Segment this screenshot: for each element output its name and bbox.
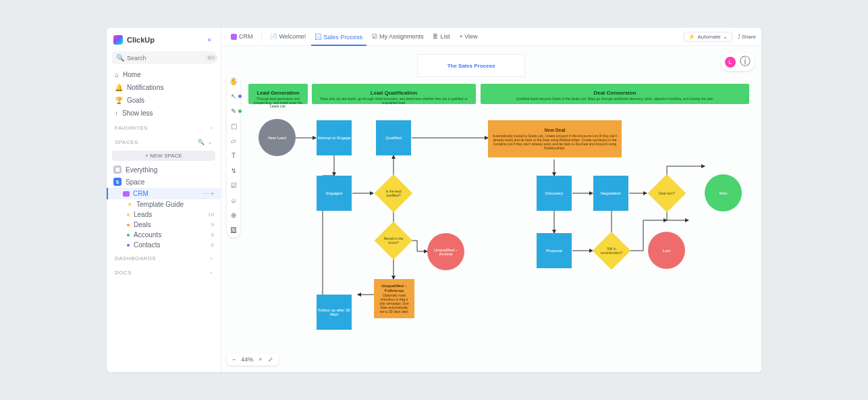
- people-tool-icon[interactable]: ☺: [229, 196, 238, 204]
- cursor-tool-icon[interactable]: ↖: [229, 92, 238, 100]
- count-badge: 9: [211, 222, 214, 228]
- section-spaces[interactable]: SPACES 🔍 ⌄: [107, 134, 221, 148]
- node-proposal[interactable]: Proposal: [537, 233, 572, 268]
- node-unqualified-archive[interactable]: Unqualified – Archive: [427, 233, 464, 270]
- node-lost[interactable]: Lost: [648, 232, 685, 269]
- sidebar-item-crm[interactable]: CRM ⋯ +: [107, 188, 221, 199]
- nav-home[interactable]: ⌂Home: [107, 68, 221, 81]
- count-badge: 6: [211, 242, 214, 248]
- chevron-down-icon[interactable]: ⌄: [208, 139, 213, 145]
- list-item[interactable]: Deals9: [107, 220, 221, 230]
- web-tool-icon[interactable]: ⊕: [229, 211, 238, 219]
- tab-label: List: [440, 33, 450, 40]
- add-view-label: + View: [459, 33, 477, 40]
- node-label: Unqualified – Archive: [427, 248, 464, 256]
- template-guide-label: Template Guide: [136, 201, 184, 208]
- nav-goals[interactable]: 🏆Goals: [107, 94, 221, 107]
- zoom-value[interactable]: 44%: [241, 356, 253, 363]
- section-dashboards[interactable]: DASHBOARDS›: [107, 250, 221, 264]
- shape-tool-icon[interactable]: ▢: [229, 122, 238, 130]
- node-title: Unqualified – Follow-up: [378, 284, 410, 293]
- zoom-controls: − 44% + ⤢: [227, 353, 279, 366]
- logo-icon: [113, 35, 123, 45]
- list-item[interactable]: Contacts6: [107, 240, 221, 250]
- nav-goals-label: Goals: [127, 97, 144, 104]
- doc-icon: 📄: [270, 33, 277, 40]
- whiteboard-canvas[interactable]: L ⓘ The Sales Process Lead GenerationThr…: [221, 46, 761, 372]
- list-item[interactable]: Leads10: [107, 209, 221, 220]
- status-dot-icon: [127, 244, 130, 247]
- edge-layer: [221, 46, 761, 372]
- task-tool-icon[interactable]: ☑: [229, 181, 238, 189]
- node-label: Deal won?: [657, 191, 676, 195]
- space-space-label: Space: [126, 178, 144, 186]
- space-space[interactable]: S Space: [107, 176, 221, 188]
- search-spaces-icon[interactable]: 🔍: [198, 139, 205, 145]
- share-button[interactable]: ⤴Share: [738, 34, 756, 40]
- sidebar: ClickUp « 🔍 ⌘K ⌂Home 🔔Notifications 🏆Goa…: [107, 28, 221, 372]
- search-input[interactable]: [127, 55, 202, 61]
- tab-label: My Assignments: [379, 33, 424, 40]
- node-negotiation[interactable]: Negotiation: [593, 176, 628, 211]
- chevron-right-icon: ›: [211, 270, 213, 276]
- list-template-guide[interactable]: ✦ Template Guide: [107, 199, 221, 209]
- collapse-sidebar-button[interactable]: «: [205, 33, 214, 46]
- pen-tool-icon[interactable]: ✎: [229, 107, 238, 115]
- node-body: Automatically moved to Deals List. Creat…: [492, 134, 618, 150]
- text-tool-icon[interactable]: T: [229, 151, 238, 159]
- space-everything[interactable]: ▦ Everything: [107, 164, 221, 176]
- nav-showless[interactable]: ↑Show less: [107, 107, 221, 120]
- node-attempt-engage[interactable]: Attempt to Engage: [317, 120, 352, 155]
- app-window: ClickUp « 🔍 ⌘K ⌂Home 🔔Notifications 🏆Goa…: [107, 28, 761, 372]
- tab-sales-process[interactable]: ⿳Sales Process: [311, 31, 367, 46]
- node-followup-30[interactable]: Follow up after 30 days: [317, 295, 352, 330]
- canvas-toolbar: ✋ ↖ ✎ ▢ ▱ T ↯ ☑ ☺ ⊕ 🖼: [227, 73, 240, 238]
- new-space-button[interactable]: + NEW SPACE: [112, 151, 215, 161]
- add-view-button[interactable]: + View: [455, 30, 481, 43]
- node-new-lead[interactable]: New Lead: [259, 119, 296, 156]
- sparkle-icon: ✦: [127, 201, 132, 208]
- tab-label: Sales Process: [323, 34, 362, 41]
- breadcrumb-label: CRM: [239, 33, 253, 40]
- node-label: Revisit in the future?: [380, 236, 407, 245]
- node-new-deal[interactable]: New DealAutomatically moved to Deals Lis…: [488, 120, 622, 157]
- breadcrumb-crm[interactable]: CRM: [227, 30, 257, 43]
- more-icon[interactable]: ⋯: [203, 191, 209, 197]
- section-favorites[interactable]: FAVORITES›: [107, 120, 221, 134]
- hand-tool-icon[interactable]: ✋: [229, 77, 238, 85]
- folder-icon: [123, 191, 130, 197]
- node-label: Qualified: [385, 136, 402, 140]
- zoom-in-button[interactable]: +: [259, 356, 262, 363]
- plus-icon[interactable]: +: [211, 191, 214, 197]
- bell-icon: 🔔: [115, 84, 123, 91]
- list-item[interactable]: Accounts8: [107, 230, 221, 240]
- crm-label: CRM: [133, 190, 148, 197]
- connector-tool-icon[interactable]: ↯: [229, 166, 238, 174]
- automate-button[interactable]: ⚡Automate⌄: [684, 32, 732, 42]
- search-bar[interactable]: 🔍 ⌘K: [112, 51, 215, 64]
- nav-showless-label: Show less: [122, 109, 153, 117]
- fit-screen-button[interactable]: ⤢: [268, 356, 273, 363]
- spaces-label: SPACES: [115, 139, 138, 145]
- nav-notifications[interactable]: 🔔Notifications: [107, 81, 221, 94]
- node-qualified[interactable]: Qualified: [376, 120, 411, 155]
- nav-notifications-label: Notifications: [127, 84, 163, 91]
- share-icon: ⤴: [738, 34, 740, 40]
- tab-label: Welcome!: [279, 33, 306, 40]
- tab-list[interactable]: ≣List: [429, 30, 454, 43]
- node-won[interactable]: Won: [705, 174, 742, 211]
- image-tool-icon[interactable]: 🖼: [229, 226, 238, 234]
- status-dot-icon: [127, 234, 130, 236]
- sticky-tool-icon[interactable]: ▱: [229, 136, 238, 145]
- tab-my-assignments[interactable]: ☑My Assignments: [368, 30, 428, 43]
- node-label: Negotiation: [601, 191, 621, 195]
- node-label: New Lead: [268, 136, 286, 140]
- zoom-out-button[interactable]: −: [232, 356, 236, 363]
- node-label: Discovery: [545, 191, 563, 195]
- section-docs[interactable]: DOCS›: [107, 264, 221, 278]
- node-engaged[interactable]: Engaged: [317, 176, 352, 211]
- chevron-right-icon: ›: [211, 125, 213, 131]
- node-discovery[interactable]: Discovery: [537, 176, 572, 211]
- node-unqualified-followup[interactable]: Unqualified – Follow-upOptionally mark c…: [374, 279, 414, 318]
- tab-welcome[interactable]: 📄Welcome!: [266, 30, 310, 43]
